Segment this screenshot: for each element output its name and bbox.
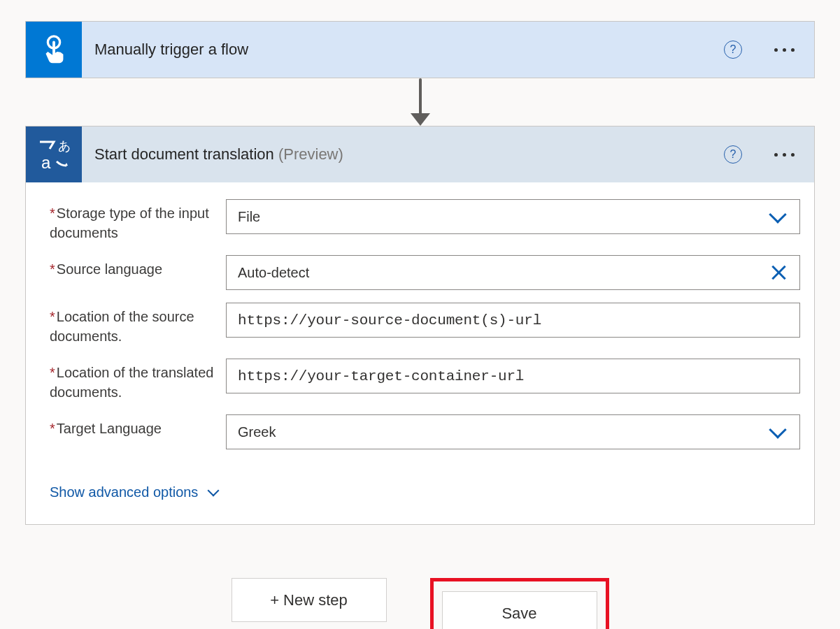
- action-title: Start document translation (Preview): [82, 145, 724, 164]
- trigger-header[interactable]: Manually trigger a flow ?: [26, 22, 814, 78]
- target-language-select[interactable]: Greek: [226, 414, 800, 449]
- target-location-value: https://your-target-container-url: [238, 368, 788, 384]
- row-source-language: *Source language Auto-detect: [50, 255, 800, 290]
- chevron-down-icon: [769, 421, 786, 438]
- storage-type-value: File: [238, 209, 771, 225]
- svg-text:あ: あ: [58, 139, 71, 153]
- label-target-location: *Location of the translated documents.: [50, 359, 226, 402]
- advanced-link-text: Show advanced options: [50, 484, 198, 500]
- source-location-input[interactable]: https://your-source-document(s)-url: [226, 303, 800, 338]
- new-step-button[interactable]: + New step: [232, 578, 387, 622]
- trigger-card: Manually trigger a flow ?: [25, 21, 815, 78]
- save-highlight-box: Save: [430, 578, 609, 629]
- preview-tag: (Preview): [278, 145, 343, 163]
- more-icon[interactable]: [770, 153, 799, 157]
- row-storage-type: *Storage type of the input documents Fil…: [50, 199, 800, 243]
- action-card: あ a Start document translation (Preview)…: [25, 126, 815, 525]
- label-storage-type: *Storage type of the input documents: [50, 199, 226, 243]
- save-button[interactable]: Save: [442, 591, 597, 629]
- action-body: *Storage type of the input documents Fil…: [26, 182, 814, 524]
- source-location-value: https://your-source-document(s)-url: [238, 312, 788, 328]
- manual-trigger-icon: [26, 22, 82, 78]
- help-icon[interactable]: ?: [724, 145, 742, 164]
- label-source-language: *Source language: [50, 255, 226, 279]
- footer-buttons: + New step Save: [25, 578, 815, 629]
- clear-icon[interactable]: [770, 264, 787, 281]
- chevron-down-icon: [769, 205, 786, 223]
- connector-arrow: [25, 78, 815, 126]
- translation-icon: あ a: [26, 126, 82, 182]
- row-source-location: *Location of the source documents. https…: [50, 303, 800, 346]
- help-icon[interactable]: ?: [724, 41, 742, 59]
- storage-type-select[interactable]: File: [226, 199, 800, 234]
- action-title-text: Start document translation: [94, 145, 274, 163]
- source-language-value: Auto-detect: [238, 265, 770, 281]
- trigger-title: Manually trigger a flow: [82, 41, 724, 59]
- save-label: Save: [501, 605, 536, 623]
- row-target-language: *Target Language Greek: [50, 414, 800, 449]
- row-target-location: *Location of the translated documents. h…: [50, 359, 800, 402]
- new-step-label: + New step: [270, 591, 348, 609]
- target-location-input[interactable]: https://your-target-container-url: [226, 359, 800, 393]
- target-language-value: Greek: [238, 424, 771, 440]
- source-language-select[interactable]: Auto-detect: [226, 255, 800, 290]
- show-advanced-options-link[interactable]: Show advanced options: [50, 484, 218, 500]
- action-header[interactable]: あ a Start document translation (Preview)…: [26, 126, 814, 182]
- svg-text:a: a: [41, 153, 51, 172]
- label-source-location: *Location of the source documents.: [50, 303, 226, 346]
- chevron-down-icon: [208, 484, 220, 496]
- label-target-language: *Target Language: [50, 414, 226, 438]
- more-icon[interactable]: [770, 48, 799, 52]
